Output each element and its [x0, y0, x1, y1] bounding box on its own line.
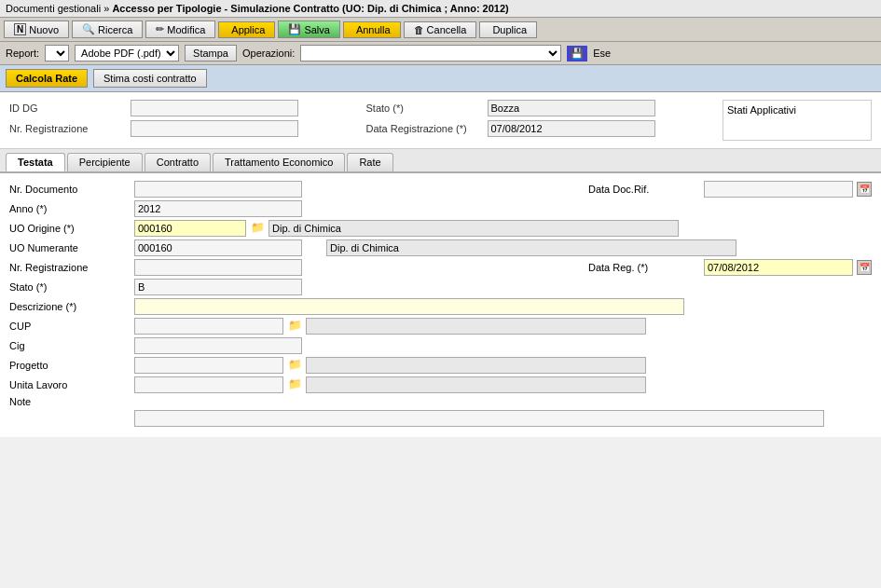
uo-origine-folder-icon[interactable]: 📁: [250, 221, 265, 236]
ese-label: Ese: [593, 48, 611, 59]
uo-origine-label: UO Origine (*): [9, 223, 131, 234]
progetto-folder-icon[interactable]: 📁: [287, 358, 302, 373]
progetto-row: Progetto 📁: [9, 357, 872, 374]
stampa-button[interactable]: Stampa: [185, 45, 237, 62]
data-reg-input[interactable]: [704, 259, 853, 276]
modifica-button[interactable]: ✏ Modifica: [145, 21, 215, 38]
tab-testata[interactable]: Testata: [6, 153, 65, 171]
note-input[interactable]: [134, 410, 824, 427]
header-form: ID DG Nr. Registrazione Stato (*) Data R…: [0, 92, 881, 149]
tab-rate[interactable]: Rate: [347, 153, 392, 171]
uo-origine-input[interactable]: [134, 220, 246, 237]
uo-numerante-input[interactable]: [134, 239, 302, 256]
nr-documento-row: Nr. Documento Data Doc.Rif. 📅: [9, 181, 872, 198]
nr-documento-input[interactable]: [134, 181, 302, 198]
cig-label: Cig: [9, 340, 131, 351]
tab-trattamento[interactable]: Trattamento Economico: [213, 153, 345, 171]
data-reg-label: Data Reg. (*): [588, 262, 700, 273]
uo-origine-desc-input[interactable]: [268, 220, 679, 237]
cig-row: Cig: [9, 337, 872, 354]
operazioni-select[interactable]: [300, 45, 561, 62]
cancella-icon: 🗑: [414, 24, 424, 35]
data-reg-header-label: Data Registrazione (*): [366, 123, 488, 134]
nuovo-icon: N: [14, 23, 26, 35]
stato-header-label: Stato (*): [366, 103, 488, 114]
id-dg-label: ID DG: [9, 103, 131, 114]
descrizione-row: Descrizione (*): [9, 298, 872, 315]
report-label: Report:: [6, 48, 39, 59]
uo-numerante-desc-input[interactable]: [326, 239, 736, 256]
nr-reg-header-row: Nr. Registrazione: [9, 120, 357, 137]
page-title: Accesso per Tipologie - Simulazione Cont…: [112, 3, 508, 14]
tabs-bar: Testata Percipiente Contratto Trattament…: [0, 149, 881, 173]
action-bar: Calcola Rate Stima costi contratto: [0, 65, 881, 92]
stima-costi-button[interactable]: Stima costi contratto: [93, 69, 207, 88]
cup-row: CUP 📁: [9, 318, 872, 335]
stato-row: Stato (*): [9, 279, 872, 295]
cig-input[interactable]: [134, 337, 302, 354]
stato-header-input[interactable]: [488, 100, 655, 116]
calcola-rate-button[interactable]: Calcola Rate: [6, 69, 88, 88]
cup-input[interactable]: [134, 318, 283, 335]
nr-reg-label: Nr. Registrazione: [9, 262, 131, 273]
uo-numerante-row: UO Numerante: [9, 239, 872, 256]
stati-applicativi-label: Stati Applicativi: [727, 104, 867, 116]
note-label: Note: [9, 396, 131, 407]
modifica-icon: ✏: [156, 23, 164, 35]
unita-lavoro-desc-input[interactable]: [306, 376, 646, 393]
salva-icon: 💾: [288, 23, 301, 35]
anno-label: Anno (*): [9, 203, 131, 214]
unita-lavoro-folder-icon[interactable]: 📁: [287, 377, 302, 392]
title-bar: Documenti gestionali » Accesso per Tipol…: [0, 0, 881, 18]
unita-lavoro-input[interactable]: [134, 376, 283, 393]
breadcrumb-separator: »: [103, 3, 112, 14]
main-content: Nr. Documento Data Doc.Rif. 📅 Anno (*) U…: [0, 173, 881, 437]
uo-origine-row: UO Origine (*) 📁: [9, 220, 872, 237]
data-reg-header-row: Data Registrazione (*): [366, 120, 714, 137]
stato-label: Stato (*): [9, 281, 131, 293]
data-reg-calendar-icon[interactable]: 📅: [857, 260, 872, 275]
data-doc-rif-input[interactable]: [704, 181, 853, 198]
pdf-select[interactable]: Adobe PDF (.pdf): [75, 45, 179, 62]
ricerca-button[interactable]: 🔍 Ricerca: [72, 21, 143, 38]
anno-input[interactable]: [134, 200, 302, 217]
progetto-label: Progetto: [9, 360, 131, 371]
stato-header-row: Stato (*): [366, 100, 714, 116]
nr-reg-row: Nr. Registrazione Data Reg. (*) 📅: [9, 259, 872, 276]
breadcrumb-root[interactable]: Documenti gestionali: [6, 3, 101, 14]
header-form-middle: Stato (*) Data Registrazione (*): [366, 100, 714, 141]
cancella-button[interactable]: 🗑 Cancella: [404, 21, 477, 38]
report-bar: Report: Adobe PDF (.pdf) Stampa Operazio…: [0, 42, 881, 65]
nr-reg-header-input[interactable]: [131, 120, 298, 137]
data-doc-rif-calendar-icon[interactable]: 📅: [857, 182, 872, 197]
id-dg-row: ID DG: [9, 100, 357, 116]
note-input-row: [9, 410, 872, 427]
progetto-input[interactable]: [134, 357, 283, 374]
report-select[interactable]: [45, 45, 69, 62]
nr-reg-header-label: Nr. Registrazione: [9, 123, 131, 134]
progetto-desc-input[interactable]: [306, 357, 646, 374]
cup-folder-icon[interactable]: 📁: [287, 319, 302, 334]
annulla-button[interactable]: Annulla: [343, 21, 401, 38]
cup-desc-input[interactable]: [306, 318, 646, 335]
data-doc-rif-label: Data Doc.Rif.: [588, 184, 700, 195]
nr-reg-input[interactable]: [134, 259, 302, 276]
data-reg-header-input[interactable]: [488, 120, 655, 137]
nuovo-button[interactable]: N Nuovo: [4, 21, 69, 38]
duplica-button[interactable]: Duplica: [479, 21, 537, 38]
save-operazioni-button[interactable]: 💾: [567, 46, 587, 62]
ricerca-icon: 🔍: [82, 23, 95, 35]
descrizione-input[interactable]: [134, 298, 684, 315]
cup-label: CUP: [9, 321, 131, 332]
applica-button[interactable]: Applica: [218, 21, 275, 38]
id-dg-input[interactable]: [131, 100, 298, 116]
salva-button[interactable]: 💾 Salva: [278, 21, 340, 38]
unita-lavoro-row: Unita Lavoro 📁: [9, 376, 872, 393]
tab-contratto[interactable]: Contratto: [145, 153, 211, 171]
tab-percipiente[interactable]: Percipiente: [67, 153, 143, 171]
stati-applicativi-panel: Stati Applicativi: [723, 100, 872, 141]
stato-input[interactable]: [134, 279, 302, 295]
toolbar: N Nuovo 🔍 Ricerca ✏ Modifica Applica 💾 S…: [0, 18, 881, 42]
uo-numerante-label: UO Numerante: [9, 242, 131, 253]
operazioni-label: Operazioni:: [242, 48, 295, 59]
